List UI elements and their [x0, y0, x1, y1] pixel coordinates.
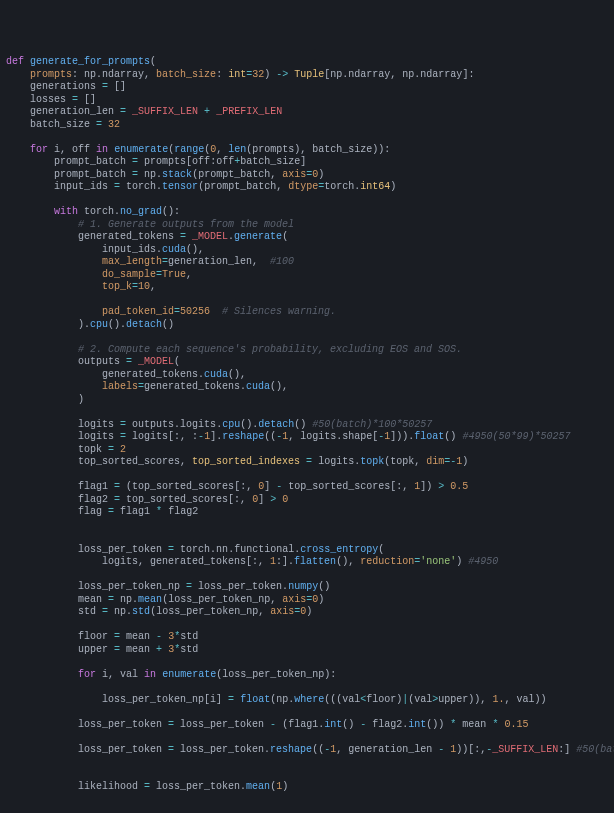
fn-int: int: [324, 719, 342, 730]
default-32: 32: [252, 69, 264, 80]
comment-2: # 2. Compute each sequence's probability…: [78, 344, 462, 355]
type-int: int: [228, 69, 246, 80]
kw-maxlen: max_length: [102, 256, 162, 267]
var-flag: flag: [78, 506, 102, 517]
const-suffix: _SUFFIX_LEN: [132, 106, 198, 117]
fn-enumerate: enumerate: [114, 144, 168, 155]
mod-nn: nn: [216, 544, 228, 555]
fn-range: range: [174, 144, 204, 155]
var-flag1: flag1: [78, 481, 108, 492]
str-none: 'none': [420, 556, 456, 567]
comment-50b: #50(batchsize)*50(length): [576, 744, 614, 755]
fn-reshape: reshape: [222, 431, 264, 442]
fn-detach: detach: [126, 319, 162, 330]
fn-name: generate_for_prompts: [30, 56, 150, 67]
comment-1: # 1. Generate outputs from the model: [78, 219, 294, 230]
fn-nograd: no_grad: [120, 206, 162, 217]
var-lptnp: loss_per_token_np: [78, 581, 180, 592]
kw-dim: dim: [426, 456, 444, 467]
kw-def: def: [6, 56, 24, 67]
lit-015: 0.15: [504, 719, 528, 730]
kw-topk: top_k: [102, 281, 132, 292]
kw-axis: axis: [282, 169, 306, 180]
var-genlen: generation_len: [30, 106, 114, 117]
arg-inputids: input_ids: [102, 244, 156, 255]
var-likelihood: likelihood: [78, 781, 138, 792]
const-true: True: [162, 269, 186, 280]
lit-50256: 50256: [180, 306, 210, 317]
fn-len: len: [228, 144, 246, 155]
lit-2: 2: [120, 444, 126, 455]
lit-1f: 1.: [492, 694, 504, 705]
lit-05: 0.5: [450, 481, 468, 492]
mod-func: functional: [234, 544, 294, 555]
kw-dtype: dtype: [288, 181, 318, 192]
fn-cuda: cuda: [162, 244, 186, 255]
fn-where: where: [294, 694, 324, 705]
param-bs: batch_size: [156, 69, 216, 80]
var-topscores: top_sorted_scores: [78, 456, 180, 467]
fn-cpu: cpu: [90, 319, 108, 330]
kw-labels: labels: [102, 381, 138, 392]
const-model: _MODEL: [192, 231, 228, 242]
var-outputs: outputs: [78, 356, 120, 367]
fn-tensor: tensor: [162, 181, 198, 192]
kw-dosample: do_sample: [102, 269, 156, 280]
var-lpt: loss_per_token: [78, 544, 162, 555]
fn-generate: generate: [234, 231, 282, 242]
comment-50: #50(batch)*100*50257: [312, 419, 432, 430]
comment-4950b: #4950: [468, 556, 498, 567]
var-val: val: [120, 669, 138, 680]
kw-padtoken: pad_token_id: [102, 306, 174, 317]
fn-ce: cross_entropy: [300, 544, 378, 555]
var-upper: upper: [78, 644, 108, 655]
var-logits: logits: [78, 419, 114, 430]
var-mean: mean: [78, 594, 102, 605]
fn-numpy: numpy: [288, 581, 318, 592]
fn-topk: topk: [360, 456, 384, 467]
kw-reduction: reduction: [360, 556, 414, 567]
lit-32: 32: [108, 119, 120, 130]
lit-10: 10: [138, 281, 150, 292]
mod-torch: torch: [126, 181, 156, 192]
param-prompts: prompts: [30, 69, 72, 80]
fn-flatten: flatten: [294, 556, 336, 567]
fn-float: float: [414, 431, 444, 442]
var-topidx: top_sorted_indexes: [192, 456, 300, 467]
comment-sil: # Silences warning.: [222, 306, 336, 317]
type-int64: int64: [360, 181, 390, 192]
code-editor[interactable]: def generate_for_prompts( prompts: np.nd…: [0, 50, 614, 813]
comment-100: #100: [270, 256, 294, 267]
comment-4950: #4950(50*99)*50257: [462, 431, 570, 442]
const-prefix: _PREFIX_LEN: [216, 106, 282, 117]
var-floor: floor: [78, 631, 108, 642]
attr-shape: shape: [342, 431, 372, 442]
type-tuple: Tuple: [294, 69, 324, 80]
var-std: std: [78, 606, 96, 617]
var-flag2: flag2: [78, 494, 108, 505]
